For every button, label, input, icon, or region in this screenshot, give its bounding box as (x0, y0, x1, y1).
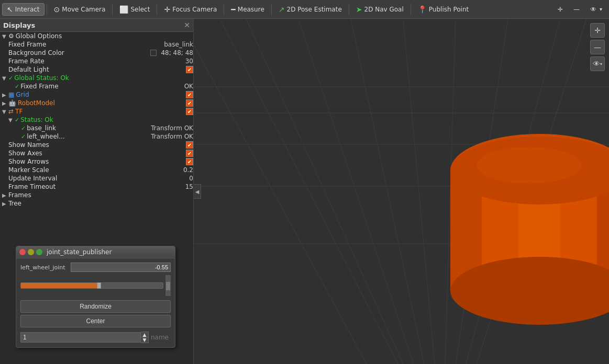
tf-lw-check-icon: ✓ (21, 133, 26, 140)
color-swatch (150, 50, 157, 56)
num-input-row: ▲ ▼ name (20, 332, 171, 343)
gs-ff-label: Fixed Frame (20, 83, 182, 90)
slider-fill (21, 283, 99, 288)
tf-base-link-label: base_link (27, 124, 149, 132)
global-options-row[interactable]: ▼ ⚙ Global Options (0, 32, 193, 40)
measure-icon: ━ (231, 5, 235, 14)
tree-row[interactable]: ▶ Tree (0, 199, 193, 208)
nav-goal-button[interactable]: ➤ 2D Nav Goal (351, 3, 408, 16)
viewport[interactable]: sl_link ✛ — 👁 ▾ ◀ (194, 19, 609, 364)
tree-expand-icon: ▶ (2, 201, 8, 207)
grid-icon: ▦ (8, 91, 14, 98)
measure-label: Measure (238, 6, 264, 13)
select-button[interactable]: ⬜ Select (115, 3, 154, 16)
gs-ff-check-icon: ✓ (15, 83, 19, 90)
select-label: Select (130, 6, 150, 13)
scrollbar-down[interactable] (166, 290, 170, 296)
show-axes-checkbox[interactable]: ✔ (186, 150, 193, 157)
frame-timeout-row[interactable]: Frame Timeout 15 (0, 183, 193, 191)
default-light-checkbox[interactable]: ✔ (186, 66, 193, 73)
slider-thumb[interactable] (97, 282, 101, 289)
focus-camera-button[interactable]: ✛ Focus Camera (159, 3, 222, 16)
marker-scale-row[interactable]: Marker Scale 0.2 (0, 166, 193, 174)
toolbar: ↖ Interact ⊙ Move Camera ⬜ Select ✛ Focu… (0, 0, 609, 19)
robot-model-checkbox[interactable]: ✔ (186, 99, 193, 107)
toolbar-sep-4 (224, 4, 224, 15)
tf-icon: ⇄ (8, 108, 14, 115)
robot-model-row[interactable]: ▶ 🤖 RobotModel ✔ (0, 99, 193, 107)
view-options-button[interactable]: 👁 ▾ (590, 56, 605, 71)
num-spin-up[interactable]: ▲ (141, 332, 148, 337)
view-button[interactable]: 👁 ▾ (585, 4, 607, 15)
window-close-button[interactable] (19, 249, 26, 255)
background-color-row[interactable]: Background Color 48; 48; 48 (0, 49, 193, 57)
joint-label: left_wheel_joint (20, 264, 68, 271)
marker-scale-label: Marker Scale (8, 166, 181, 174)
displays-close-button[interactable]: ✕ (184, 21, 190, 29)
window-maximize-button[interactable] (36, 249, 42, 255)
background-color-label: Background Color (8, 49, 150, 56)
tf-checkbox[interactable]: ✔ (186, 108, 193, 115)
fixed-frame-label: Fixed Frame (8, 41, 162, 48)
global-options-label: Global Options (16, 32, 193, 40)
measure-button[interactable]: ━ Measure (226, 3, 269, 16)
frames-expand-icon: ▶ (2, 192, 8, 198)
num-spin-down[interactable]: ▼ (141, 337, 148, 343)
scrollbar-thumb[interactable] (166, 282, 170, 290)
global-status-fixed-frame-row[interactable]: ✓ Fixed Frame OK (0, 82, 193, 90)
show-axes-row[interactable]: Show Axes ✔ (0, 149, 193, 157)
joint-row: left_wheel_joint (20, 263, 171, 272)
nav-goal-label: 2D Nav Goal (364, 6, 404, 13)
tree-label: Tree (8, 200, 193, 207)
center-button[interactable]: Center (20, 315, 171, 327)
tf-expand-icon: ▼ (2, 109, 8, 115)
move-camera-button[interactable]: ⊙ Move Camera (49, 3, 110, 16)
frame-rate-label: Frame Rate (8, 58, 183, 65)
toolbar-sep-2 (112, 4, 113, 15)
scrollbar-up[interactable] (166, 276, 170, 282)
window-minimize-button[interactable] (28, 249, 34, 255)
num-input[interactable] (20, 332, 141, 343)
collapse-panel-button[interactable]: ◀ (194, 184, 201, 199)
interact-button[interactable]: ↖ Interact (2, 3, 45, 16)
frames-row[interactable]: ▶ Frames (0, 191, 193, 199)
zoom-out-button[interactable]: — (590, 40, 605, 54)
show-arrows-checkbox[interactable]: ✔ (186, 158, 193, 165)
fixed-frame-row[interactable]: Fixed Frame base_link (0, 40, 193, 49)
default-light-row[interactable]: Default Light ✔ (0, 65, 193, 74)
slider-track[interactable] (20, 282, 163, 289)
interact-icon: ↖ (7, 5, 13, 14)
slider-container (20, 275, 171, 296)
pose-estimate-button[interactable]: ↗ 2D Pose Estimate (274, 3, 347, 16)
num-spin: ▲ ▼ (141, 332, 149, 343)
tf-left-wheel-row[interactable]: ✓ left_wheel... Transform OK (0, 132, 193, 141)
randomize-button[interactable]: Randomize (20, 300, 171, 313)
show-names-row[interactable]: Show Names ✔ (0, 141, 193, 149)
rm-expand-icon: ▶ (2, 100, 8, 106)
tf-status-label: Status: Ok (20, 116, 193, 123)
tf-status-row[interactable]: ▼ ✓ Status: Ok (0, 116, 193, 124)
status-check-icon: ✓ (8, 75, 13, 82)
tf-row[interactable]: ▼ ⇄ TF ✔ (0, 107, 193, 116)
show-arrows-row[interactable]: Show Arrows ✔ (0, 157, 193, 166)
frame-rate-row[interactable]: Frame Rate 30 (0, 57, 193, 65)
tf-base-link-row[interactable]: ✓ base_link Transform OK (0, 124, 193, 132)
remove-button[interactable]: — (569, 4, 584, 15)
grid-row[interactable]: ▶ ▦ Grid ✔ (0, 90, 193, 99)
name-placeholder: name (149, 333, 171, 342)
toolbar-sep-5 (271, 4, 272, 15)
zoom-in-button[interactable]: ✛ (590, 23, 605, 38)
show-arrows-label: Show Arrows (8, 158, 186, 165)
default-light-label: Default Light (8, 66, 186, 73)
show-names-label: Show Names (8, 141, 186, 149)
update-interval-row[interactable]: Update Interval 0 (0, 174, 193, 183)
grid-checkbox[interactable]: ✔ (186, 91, 193, 98)
joint-value-input[interactable] (71, 263, 171, 272)
show-names-checkbox[interactable]: ✔ (186, 141, 193, 149)
frame-rate-value: 30 (185, 58, 193, 65)
publish-point-button[interactable]: 📍 Publish Point (413, 3, 473, 16)
add-button[interactable]: ✛ (553, 4, 568, 15)
tf-base-link-value: Transform OK (151, 124, 193, 132)
update-interval-value: 0 (189, 175, 193, 182)
global-status-row[interactable]: ▼ ✓ Global Status: Ok (0, 74, 193, 82)
